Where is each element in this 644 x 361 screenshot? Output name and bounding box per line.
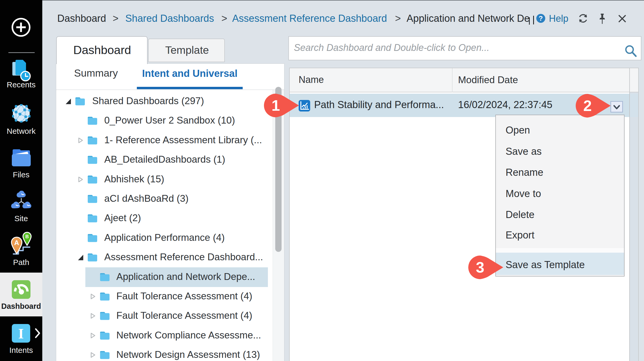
- svg-text:?: ?: [539, 14, 543, 22]
- svg-text:2: 2: [583, 97, 592, 114]
- svg-text:3: 3: [476, 259, 484, 276]
- svg-text:I: I: [18, 326, 24, 342]
- svg-text:A: A: [14, 239, 19, 247]
- svg-text:B: B: [25, 234, 29, 239]
- svg-text:1: 1: [272, 97, 280, 114]
